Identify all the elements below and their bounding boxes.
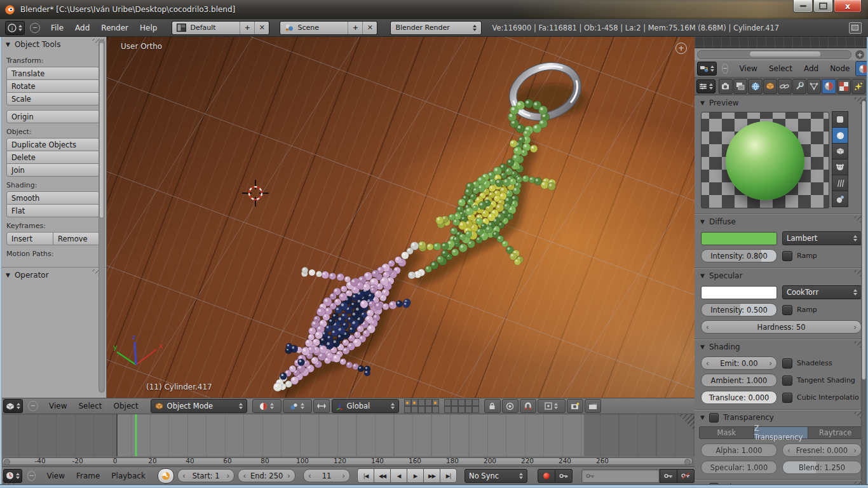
insert-keyframe-button[interactable]: [660, 469, 677, 483]
node-hscrollbar[interactable]: [697, 50, 851, 59]
preview-sphere-button[interactable]: [832, 127, 848, 144]
preview-monkey-button[interactable]: [832, 159, 848, 175]
editor-type-button-info[interactable]: i: [5, 21, 25, 35]
delete-layout-button[interactable]: ✕: [254, 22, 269, 34]
tab-world[interactable]: [748, 79, 762, 94]
delete-scene-button[interactable]: ✕: [362, 22, 377, 34]
menu-add[interactable]: Add: [75, 24, 90, 32]
transparency-enable-checkbox[interactable]: [709, 413, 719, 423]
menu-select[interactable]: Select: [78, 402, 102, 410]
diffuse-ramp-checkbox[interactable]: Ramp: [782, 251, 817, 261]
layer-toggle[interactable]: [444, 399, 451, 406]
collapse-menus-button[interactable]: −: [722, 64, 728, 74]
menu-file[interactable]: File: [51, 24, 64, 32]
tool-shelf-scrollbar[interactable]: [98, 39, 105, 393]
manipulator-toggle[interactable]: [313, 399, 330, 413]
shelf-button-rotate[interactable]: Rotate: [6, 80, 100, 93]
tab-object-data[interactable]: [807, 79, 821, 94]
delete-keyframe-button[interactable]: [677, 469, 695, 483]
layer-toggle[interactable]: [432, 406, 439, 413]
render-engine-selector[interactable]: Blender Render: [390, 21, 482, 35]
shelf-button-remove[interactable]: Remove: [53, 232, 100, 245]
collapse-menus-button[interactable]: −: [30, 23, 40, 33]
menu-select[interactable]: Select: [769, 64, 792, 73]
tab-particles[interactable]: [851, 79, 865, 94]
layer-toggle[interactable]: [451, 399, 458, 406]
tangent-shading-checkbox[interactable]: Tangent Shading: [782, 376, 855, 386]
tab-material[interactable]: [822, 79, 836, 94]
close-button[interactable]: x: [834, 0, 862, 13]
layer-toggle[interactable]: [411, 399, 418, 406]
lock-to-scene-toggle[interactable]: [484, 399, 501, 413]
auto-keying-set-toggle[interactable]: [555, 469, 573, 483]
green-crocodile-object[interactable]: [408, 99, 556, 279]
transparency-fresnel-field[interactable]: ‹ Fresnel: 0.000 ›: [782, 444, 862, 457]
diffuse-intensity-slider[interactable]: Intensity: 0.800: [701, 249, 777, 262]
shelf-button-delete[interactable]: Delete: [6, 151, 100, 164]
add-layout-button[interactable]: +: [240, 22, 254, 34]
transport-play-button[interactable]: ▶: [407, 468, 424, 483]
shelf-button-flat[interactable]: Flat: [6, 205, 100, 217]
specular-ramp-checkbox[interactable]: Ramp: [782, 305, 817, 315]
transport-next-keyframe-button[interactable]: ▶▶: [423, 468, 440, 483]
preview-range-toggle[interactable]: [158, 468, 174, 484]
tab-render[interactable]: [719, 79, 733, 94]
properties-scrollbar[interactable]: [861, 99, 867, 487]
layer-toggle[interactable]: [472, 399, 479, 406]
shelf-button-origin[interactable]: Origin: [6, 110, 100, 123]
menu-view[interactable]: View: [49, 402, 67, 410]
editor-type-button-3dview[interactable]: [3, 399, 23, 413]
mode-ztransparency-button[interactable]: Z Transparency: [754, 426, 809, 439]
diffuse-color-swatch[interactable]: [701, 232, 777, 245]
preview-cube-button[interactable]: [832, 143, 848, 159]
timeline-scrollbar[interactable]: -40-200204060801001201401601802002202402…: [0, 456, 695, 466]
render-opengl-anim-button[interactable]: [585, 399, 601, 413]
menu-add[interactable]: Add: [804, 64, 818, 73]
shelf-button-smooth[interactable]: Smooth: [6, 191, 100, 205]
transform-orientation-selector[interactable]: Global: [332, 399, 399, 413]
tab-render-layers[interactable]: [733, 79, 747, 94]
mode-selector[interactable]: Object Mode: [151, 399, 247, 413]
menu-frame[interactable]: Frame: [76, 471, 100, 480]
sync-mode-selector[interactable]: No Sync: [465, 469, 527, 483]
maximize-button[interactable]: [813, 0, 833, 13]
object-tools-panel-header[interactable]: ▼ Object Tools: [0, 37, 106, 52]
shelf-button-insert[interactable]: Insert: [6, 232, 53, 245]
layer-toggle[interactable]: [432, 399, 439, 406]
timeline-canvas[interactable]: [0, 414, 695, 456]
layer-toggle[interactable]: [472, 406, 479, 413]
ambient-slider[interactable]: Ambient: 1.000: [701, 374, 777, 387]
layer-toggle[interactable]: [404, 399, 411, 406]
layer-toggle[interactable]: [444, 406, 451, 413]
shelf-button-join[interactable]: Join: [6, 164, 100, 177]
preview-panel-header[interactable]: ▼ Preview: [695, 95, 868, 111]
transport-play-reverse-button[interactable]: ◀: [390, 468, 407, 483]
viewport-shading-selector[interactable]: [252, 399, 281, 413]
editor-type-button-properties[interactable]: [696, 79, 715, 93]
layer-toggle[interactable]: [418, 399, 425, 406]
layer-toggle[interactable]: [465, 406, 472, 413]
collapse-menus-button[interactable]: −: [27, 471, 36, 481]
tab-object[interactable]: [763, 79, 777, 94]
menu-object[interactable]: Object: [114, 402, 139, 410]
layer-toggle[interactable]: [458, 399, 465, 406]
layer-toggle[interactable]: [425, 406, 432, 413]
preview-sphere-sky-button[interactable]: [832, 191, 848, 207]
emit-field[interactable]: ‹ Emit: 0.00 ›: [701, 356, 777, 370]
transport-jump-end-button[interactable]: ▶|: [440, 468, 457, 483]
layer-toggle[interactable]: [458, 406, 465, 413]
mode-raytrace-button[interactable]: Raytrace: [808, 426, 863, 439]
render-opengl-button[interactable]: [567, 399, 583, 413]
scene-selector[interactable]: Scene + ✕: [280, 21, 377, 35]
menu-help[interactable]: Help: [140, 24, 157, 32]
specular-panel-header[interactable]: ▼ Specular: [695, 268, 868, 283]
properties-region-toggle-icon[interactable]: +: [675, 43, 687, 54]
cubic-interpolation-checkbox[interactable]: Cubic Interpolatio: [782, 393, 859, 403]
preview-hair-button[interactable]: [832, 175, 848, 191]
proportional-edit-selector[interactable]: [502, 399, 519, 413]
preview-flat-button[interactable]: [832, 111, 848, 128]
alpha-slider[interactable]: Alpha: 1.000: [701, 444, 777, 457]
viewport-3d[interactable]: y x z User Ortho (11) Cylinder.417 +: [107, 37, 695, 398]
layer-toggle[interactable]: [451, 406, 458, 413]
shelf-button-scale[interactable]: Scale: [6, 93, 100, 105]
